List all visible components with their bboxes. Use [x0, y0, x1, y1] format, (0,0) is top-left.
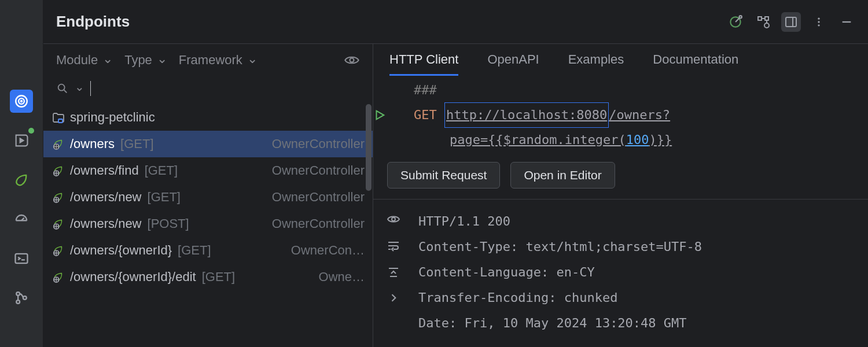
endpoint-method: [GET] [178, 243, 211, 258]
response-line: Content-Type: text/html;charset=UTF-8 [418, 234, 702, 260]
endpoint-row[interactable]: /owners/new [GET]OwnerController [43, 184, 373, 211]
vcs-tool-icon[interactable] [10, 286, 33, 309]
endpoint-row[interactable]: /owners/{ownerId}/edit [GET]Owne… [43, 264, 373, 290]
type-filter[interactable]: Type ⌄ [124, 53, 167, 68]
endpoint-path: /owners/find [70, 163, 139, 178]
run-icon[interactable] [373, 109, 414, 121]
tab-documentation[interactable]: Documentation [653, 52, 738, 76]
globe-icon [52, 217, 64, 230]
svg-point-15 [818, 24, 819, 26]
chevron-down-icon: ⌄ [157, 51, 167, 67]
chevron-down-icon: ⌄ [102, 51, 113, 67]
response-line: Date: Fri, 10 May 2024 13:20:48 GMT [418, 311, 702, 336]
endpoint-path: /owners/new [70, 216, 142, 231]
globe-icon [52, 138, 64, 150]
open-in-editor-button[interactable]: Open in Editor [510, 162, 615, 189]
chevron-down-icon[interactable]: ⌄ [75, 80, 84, 94]
folder-icon [52, 111, 64, 124]
endpoint-controller: OwnerController [272, 163, 365, 178]
svg-rect-10 [765, 17, 768, 20]
spring-tool-icon[interactable] [10, 168, 33, 191]
endpoint-row[interactable]: /owners/new [POST]OwnerController [43, 211, 373, 237]
structure-icon[interactable] [753, 12, 773, 32]
svg-point-2 [21, 101, 22, 102]
svg-point-4 [16, 292, 20, 296]
endpoint-controller: OwnerController [272, 216, 365, 231]
tab-http-client[interactable]: HTTP Client [389, 52, 458, 76]
detail-tabs: HTTP Client OpenAPI Examples Documentati… [373, 44, 868, 76]
tab-examples[interactable]: Examples [568, 52, 624, 76]
scrollbar-thumb[interactable] [366, 104, 372, 191]
endpoint-method: [GET] [148, 190, 181, 205]
type-filter-label: Type [124, 53, 152, 68]
response-line: Content-Language: en-CY [418, 260, 702, 285]
endpoint-method: [GET] [145, 163, 178, 178]
project-node[interactable]: spring-petclinic [43, 104, 373, 131]
tab-openapi[interactable]: OpenAPI [487, 52, 539, 76]
titlebar: Endpoints [43, 0, 868, 43]
project-label: spring-petclinic [70, 110, 155, 125]
endpoint-row[interactable]: /owners [GET]OwnerController [43, 131, 373, 157]
search-icon [56, 82, 69, 95]
response-line: Transfer-Encoding: chunked [418, 285, 702, 311]
svg-rect-18 [58, 119, 62, 123]
svg-rect-3 [16, 254, 28, 263]
endpoints-tool-icon[interactable] [10, 90, 33, 113]
wrap-icon[interactable] [387, 239, 400, 253]
run-tool-icon[interactable] [10, 129, 33, 152]
svg-point-11 [764, 23, 769, 28]
response-line: HTTP/1.1 200 [418, 209, 702, 234]
speed-icon[interactable] [726, 12, 745, 32]
http-verb: GET [414, 103, 437, 127]
endpoint-path: /owners/{ownerId} [70, 243, 172, 258]
module-filter[interactable]: Module ⌄ [56, 53, 113, 68]
chevron-right-icon[interactable] [388, 292, 399, 304]
svg-point-16 [350, 58, 354, 62]
request-line2-prefix: page={{$random.integer( [450, 128, 626, 152]
request-marker: ### [414, 78, 437, 102]
profiler-tool-icon[interactable] [10, 208, 33, 231]
framework-filter[interactable]: Framework ⌄ [179, 53, 258, 68]
svg-point-17 [58, 84, 65, 91]
endpoint-row[interactable]: /owners/find [GET]OwnerController [43, 157, 373, 184]
framework-filter-label: Framework [179, 53, 242, 68]
endpoint-path: /owners/{ownerId}/edit [70, 270, 196, 285]
filters-bar: Module ⌄ Type ⌄ Framework ⌄ [43, 44, 373, 76]
request-host: http://localhost:8080 [444, 102, 609, 128]
globe-icon [52, 271, 64, 283]
svg-point-6 [23, 296, 27, 300]
request-path: /owners? [609, 103, 670, 127]
scroll-top-icon[interactable] [387, 265, 400, 279]
endpoint-method: [POST] [148, 216, 189, 231]
endpoint-path: /owners/new [70, 190, 142, 205]
more-icon[interactable] [809, 12, 829, 32]
chevron-down-icon: ⌄ [247, 51, 258, 67]
response-body: HTTP/1.1 200 Content-Type: text/html;cha… [414, 200, 707, 347]
panel-title: Endpoints [56, 13, 130, 31]
submit-request-button[interactable]: Submit Request [387, 162, 500, 189]
endpoints-tree: spring-petclinic /owners [GET]OwnerContr… [43, 104, 373, 347]
endpoint-path: /owners [70, 136, 115, 152]
search-input[interactable] [90, 81, 360, 96]
endpoint-controller: Owne… [319, 270, 365, 285]
endpoint-controller: OwnerController [272, 190, 365, 205]
endpoint-row[interactable]: /owners/{ownerId} [GET]OwnerCon… [43, 237, 373, 264]
globe-icon [52, 164, 64, 177]
request-line2-num: 100 [626, 128, 649, 152]
svg-point-13 [818, 17, 819, 19]
globe-icon [52, 244, 64, 257]
module-filter-label: Module [56, 53, 98, 68]
endpoint-controller: OwnerCon… [291, 243, 365, 258]
request-line2-suffix: )}} [649, 128, 672, 152]
minimize-icon[interactable] [837, 12, 856, 32]
svg-point-8 [740, 16, 742, 18]
preview-icon[interactable] [344, 52, 360, 68]
left-tool-rail [0, 0, 43, 347]
layout-icon[interactable] [781, 12, 801, 32]
svg-point-5 [16, 300, 20, 304]
request-editor[interactable]: ### GET http://localhost:8080/owners? pa… [373, 76, 868, 160]
terminal-tool-icon[interactable] [10, 247, 33, 270]
eye-icon[interactable] [387, 212, 400, 226]
svg-point-14 [818, 21, 819, 23]
endpoint-method: [GET] [202, 270, 235, 285]
